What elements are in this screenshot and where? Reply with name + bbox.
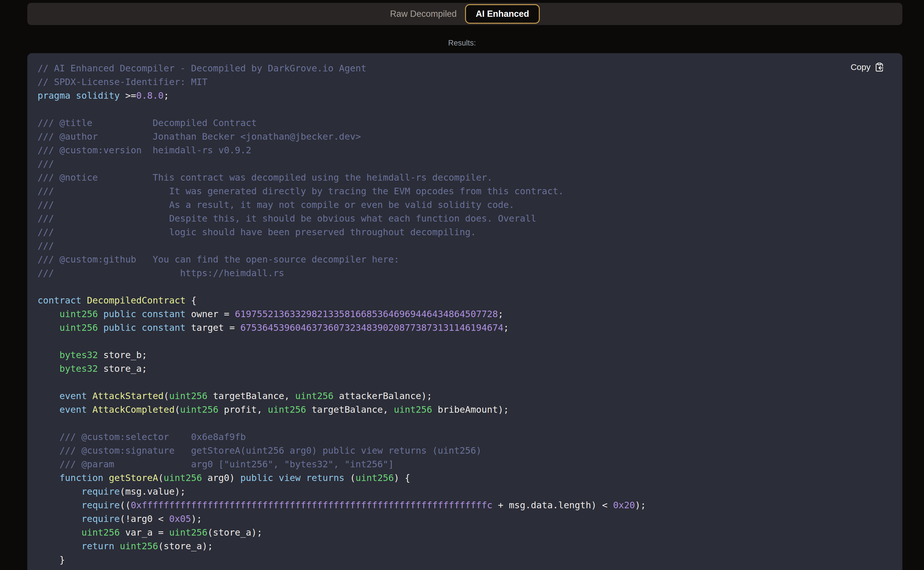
code-line: function getStoreA(uint256 arg0) public … [38,471,892,485]
view-toggle-bar: Raw Decompiled AI Enhanced [27,3,903,25]
code-line: uint256 public constant owner = 61975521… [38,307,892,321]
code-line: // SPDX-License-Identifier: MIT [38,75,892,89]
code-line: /// @custom:signature getStoreA(uint256 … [38,444,892,457]
code-line: /// @title Decompiled Contract [38,116,892,130]
code-line: uint256 var_a = uint256(store_a); [38,526,892,539]
copy-button[interactable]: Copy [850,62,884,72]
code-line: /// @notice This contract was decompiled… [38,171,892,184]
code-line: bytes32 store_b; [38,348,892,362]
code-line: } [38,553,892,567]
code-line: pragma solidity >=0.8.0; [38,89,892,103]
code-line: /// As a result, it may not compile or e… [38,198,892,211]
tab-ai-enhanced[interactable]: AI Enhanced [465,4,540,24]
code-line [38,417,892,430]
code-line: event AttackStarted(uint256 targetBalanc… [38,389,892,403]
code-line: require(!arg0 < 0x05); [38,512,892,526]
clipboard-copy-icon [875,62,884,72]
copy-button-label: Copy [850,62,870,72]
page: Raw Decompiled AI Enhanced Results: Copy… [0,0,924,570]
code-line: uint256 public constant target = 6753645… [38,321,892,334]
code-panel: Copy // AI Enhanced Decompiler - Decompi… [27,53,903,570]
code-line: /// @custom:github You can find the open… [38,253,892,266]
code-line [38,103,892,116]
code-line: /// It was generated directly by tracing… [38,184,892,198]
code-line: event AttackCompleted(uint256 profit, ui… [38,403,892,417]
code-line: /// @custom:version heimdall-rs v0.9.2 [38,143,892,157]
code-line: return uint256(store_a); [38,539,892,553]
code-line: /// Despite this, it should be obvious w… [38,211,892,225]
code-line: /// @param arg0 ["uint256", "bytes32", "… [38,457,892,471]
code-line: /// @custom:selector 0x6e8af9fb [38,430,892,444]
code-line: require(msg.value); [38,485,892,498]
code-line: contract DecompiledContract { [38,294,892,307]
code-line: /// logic should have been preserved thr… [38,225,892,239]
code-line [38,334,892,348]
code-line: bytes32 store_a; [38,362,892,375]
code-line: // AI Enhanced Decompiler - Decompiled b… [38,61,892,75]
code-block: // AI Enhanced Decompiler - Decompiled b… [27,53,903,570]
results-label: Results: [0,39,924,48]
tab-raw-decompiled[interactable]: Raw Decompiled [390,9,457,19]
code-line: /// [38,157,892,171]
code-line: /// https://heimdall.rs [38,266,892,280]
code-line: require((0xfffffffffffffffffffffffffffff… [38,498,892,512]
code-line [38,375,892,389]
code-line: /// [38,239,892,253]
code-line: /// @author Jonathan Becker <jonathan@jb… [38,130,892,143]
code-line [38,280,892,294]
